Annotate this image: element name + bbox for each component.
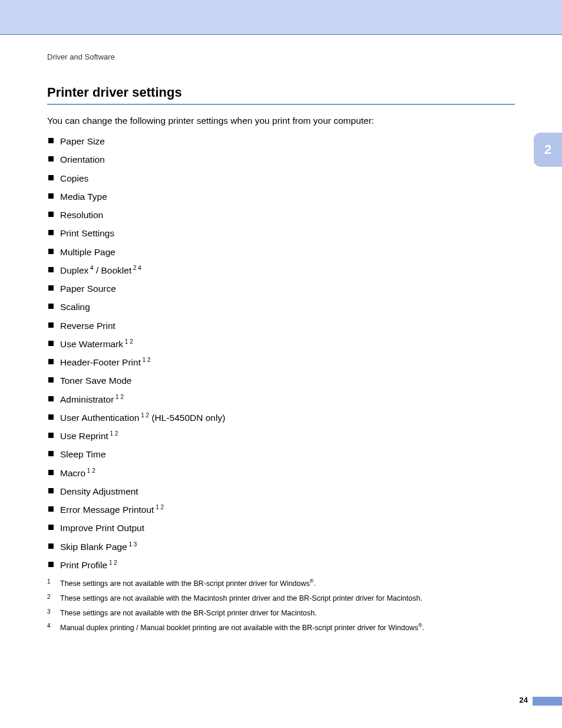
list-item: Use Reprint 1 2 [47,429,515,443]
footnote-ref: 1 2 [108,430,118,437]
settings-list: Paper Size Orientation Copies Media Type… [47,134,515,572]
footnote-ref: 1 2 [141,357,151,363]
list-item: Duplex 4 / Booklet 2 4 [47,263,515,277]
footnote: 4 Manual duplex printing / Manual bookle… [47,622,515,634]
setting-label: Skip Blank Page [60,542,127,552]
list-item: Print Profile 1 2 [47,558,515,572]
footnote-ref: 1 2 [114,393,124,400]
setting-label: Header-Footer Print [60,357,141,367]
heading-underline [47,104,515,105]
setting-suffix: (HL-5450DN only) [149,413,225,423]
footnote-number: 4 [47,622,60,630]
footnote-ref: 1 2 [123,338,133,345]
list-item: Use Watermark 1 2 [47,337,515,351]
footnote-ref: 1 2 [85,467,95,473]
footnote-text: These settings are not available with th… [60,608,515,619]
list-item: User Authentication 1 2 (HL-5450DN only) [47,411,515,424]
list-item: Copies [47,172,515,185]
setting-label: Duplex [60,265,88,275]
footnote-ref: 1 2 [139,412,149,419]
setting-label: Print Settings [60,228,114,238]
setting-label: Multiple Page [60,247,115,257]
setting-label: Paper Size [60,136,105,146]
list-item: Header-Footer Print 1 2 [47,355,515,369]
setting-label: Paper Source [60,284,116,294]
footnote-number: 3 [47,608,60,616]
list-item: Resolution [47,208,515,222]
list-item: Skip Blank Page 1 3 [47,540,515,554]
setting-label: Density Adjustment [60,486,138,496]
setting-label: Macro [60,468,85,478]
footnote-text: These settings are not available with th… [60,578,515,589]
list-item: Media Type [47,190,515,203]
page-accent [533,697,562,706]
list-item: Paper Size [47,134,515,148]
page-content: Driver and Software Printer driver setti… [0,35,562,634]
footnote-text: These settings are not available with th… [60,593,515,604]
page-number: 24 [520,696,528,704]
footnote-ref: 4 [88,265,93,271]
footnote-ref: 1 2 [107,559,117,566]
list-item: Multiple Page [47,245,515,259]
setting-label: Administrator [60,394,114,404]
setting-label: Copies [60,173,88,183]
list-item: Density Adjustment [47,485,515,498]
setting-label: User Authentication [60,413,139,423]
footnote-number: 2 [47,593,60,601]
list-item: Orientation [47,153,515,166]
page-title: Printer driver settings [47,85,515,100]
setting-label: Use Reprint [60,431,108,441]
list-item: Print Settings [47,226,515,240]
setting-label: Reverse Print [60,321,115,331]
list-item: Macro 1 2 [47,466,515,480]
list-item: Reverse Print [47,319,515,332]
footnote-ref: 1 3 [127,541,137,547]
setting-label: Use Watermark [60,339,123,349]
list-item: Improve Print Output [47,521,515,535]
list-item: Paper Source [47,282,515,295]
list-item: Administrator 1 2 [47,393,515,406]
breadcrumb: Driver and Software [47,52,515,61]
footnotes: 1 These settings are not available with … [47,578,515,634]
footnote: 3 These settings are not available with … [47,608,515,619]
setting-label: Improve Print Output [60,523,144,533]
header-bar [0,0,562,34]
footnote-text: Manual duplex printing / Manual booklet … [60,622,515,634]
list-item: Sleep Time [47,447,515,461]
list-item: Scaling [47,300,515,314]
setting-label: / Booklet [94,265,132,275]
chapter-tab: 2 [534,133,562,167]
setting-label: Media Type [60,192,107,202]
footnote: 2 These settings are not available with … [47,593,515,604]
setting-label: Print Profile [60,560,107,570]
list-item: Toner Save Mode [47,374,515,387]
setting-label: Resolution [60,210,103,220]
setting-label: Toner Save Mode [60,375,132,386]
setting-label: Scaling [60,302,90,312]
footnote-ref: 1 2 [154,504,164,510]
footnote-number: 1 [47,578,60,586]
setting-label: Sleep Time [60,449,106,459]
list-item: Error Message Printout 1 2 [47,503,515,516]
setting-label: Error Message Printout [60,505,154,515]
footnote: 1 These settings are not available with … [47,578,515,589]
chapter-number: 2 [544,142,551,157]
footnote-ref: 2 4 [131,265,141,271]
setting-label: Orientation [60,154,105,164]
intro-text: You can change the following printer set… [47,116,515,126]
